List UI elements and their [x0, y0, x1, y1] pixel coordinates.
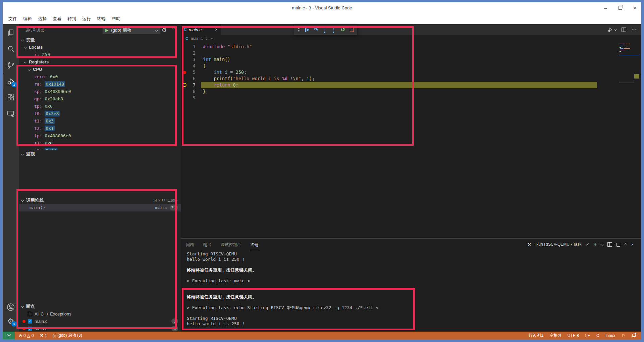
register-ra[interactable]: ra: 0x10148 — [19, 81, 181, 88]
debug-session-status[interactable]: ▷(gdb) 启动 (3) — [53, 333, 82, 338]
menu-item-文件[interactable]: 文件 — [5, 16, 20, 22]
start-debug-icon[interactable]: ▶ — [105, 28, 108, 33]
code-line-6[interactable]: 6 printf("hello world i is %d !\n", i); — [181, 76, 641, 82]
breakpoint-checkbox[interactable] — [28, 312, 32, 316]
notifications-bell-icon[interactable] — [632, 333, 636, 338]
debug-settings-gear-icon[interactable]: ⚙ — [162, 27, 167, 34]
cursor-position[interactable]: 行9, 列1 — [529, 333, 543, 338]
tab-close-icon[interactable]: × — [215, 27, 218, 32]
menu-item-选择[interactable]: 选择 — [35, 16, 50, 22]
variable-i[interactable]: i: 250 — [19, 51, 181, 58]
code-line-3[interactable]: 3int main() — [181, 56, 641, 63]
breakpoint-item[interactable]: ✓main.c5 — [19, 317, 181, 325]
settings-gear-icon[interactable]: ⚙ — [3, 314, 19, 328]
close-panel-icon[interactable]: × — [631, 242, 634, 247]
code-line-7[interactable]: 7 return 0; — [181, 82, 641, 88]
section-callstack[interactable]: 调用堆栈 因 STEP 已暂停 — [19, 197, 181, 204]
problems-status[interactable]: ⊗0 △0 — [19, 333, 34, 338]
register-t0[interactable]: t0: 0x3e8 — [19, 110, 181, 117]
section-variables[interactable]: 变量 — [19, 36, 181, 44]
os-indicator[interactable]: Linux — [606, 333, 615, 338]
code-line-4[interactable]: 4{ — [181, 63, 641, 69]
register-value: 0x408006e0 — [45, 133, 71, 138]
terminal-output[interactable]: Starting RISCV-QEMUhello world i is 250 … — [187, 251, 378, 327]
register-tp[interactable]: tp: 0x0 — [19, 103, 181, 110]
breakpoint-item[interactable]: All C++ Exceptions — [19, 310, 181, 317]
register-gp[interactable]: gp: 0x20ab8 — [19, 95, 181, 103]
section-watch[interactable]: 监视 — [19, 150, 181, 158]
line-number: 1 — [184, 44, 196, 50]
code-line-9[interactable]: 9 — [181, 95, 641, 101]
code-line-5[interactable]: 5 int i = 250; — [181, 69, 641, 76]
remote-explorer-icon[interactable] — [3, 107, 19, 120]
register-value: 0x0 — [45, 104, 52, 109]
accounts-icon[interactable] — [3, 300, 19, 314]
section-breakpoints[interactable]: 断点 — [19, 303, 181, 310]
indentation[interactable]: 空格:4 — [550, 333, 561, 338]
menu-item-转到[interactable]: 转到 — [64, 16, 79, 22]
terminal-dropdown-icon[interactable] — [601, 243, 603, 246]
menu-item-查看[interactable]: 查看 — [50, 16, 64, 22]
search-icon[interactable] — [3, 42, 19, 56]
toolbar-drag-grip[interactable] — [298, 28, 301, 32]
eol-selector[interactable]: LF — [585, 333, 590, 338]
menu-item-运行[interactable]: 运行 — [79, 16, 94, 22]
code-line-8[interactable]: 8} — [181, 88, 641, 95]
chevron-down-icon — [614, 28, 617, 31]
register-sp[interactable]: sp: 0x408006c0 — [19, 88, 181, 95]
new-terminal-icon[interactable]: + — [594, 241, 597, 247]
tree-item-locals[interactable]: Locals — [19, 44, 181, 51]
editor-group: C main.c × ··· ↷ — [181, 24, 641, 332]
run-debug-button[interactable] — [607, 27, 616, 33]
more-actions-icon[interactable]: ··· — [172, 26, 178, 31]
breakpoint-item[interactable]: ✓main.c5 — [19, 325, 181, 332]
step-over-icon[interactable]: ↷ — [314, 28, 318, 32]
tree-item-cpu[interactable]: CPU — [19, 66, 181, 73]
restart-icon[interactable]: ↺ — [340, 28, 345, 32]
code-line-1[interactable]: 1#include "stdio.h" — [181, 44, 641, 50]
register-t2[interactable]: t2: 0x1 — [19, 125, 181, 132]
panel-tab-问题[interactable]: 问题 — [185, 239, 194, 250]
restore-button[interactable] — [619, 6, 622, 10]
minimize-button[interactable]: – — [604, 6, 607, 10]
menu-item-编辑[interactable]: 编辑 — [20, 16, 35, 22]
chevron-right-icon — [205, 37, 207, 40]
continue-icon[interactable] — [305, 28, 309, 32]
panel-tab-输出[interactable]: 输出 — [203, 239, 212, 250]
tree-item-registers[interactable]: Registers — [19, 58, 181, 66]
extensions-icon[interactable] — [3, 91, 19, 104]
encoding[interactable]: UTF-8 — [568, 333, 579, 338]
split-terminal-icon[interactable] — [607, 242, 612, 247]
breakpoint-checkbox[interactable]: ✓ — [28, 319, 32, 324]
kill-terminal-icon[interactable] — [616, 243, 620, 247]
maximize-panel-icon[interactable] — [624, 243, 627, 246]
editor-more-actions-icon[interactable]: ··· — [631, 27, 637, 33]
tab-main-c[interactable]: C main.c × — [181, 24, 221, 35]
stack-frame-row[interactable]: main() main.c 7:1 — [19, 204, 181, 211]
panel-tab-调试控制台[interactable]: 调试控制台 — [220, 239, 241, 250]
language-mode[interactable]: C — [596, 333, 599, 338]
register-zero[interactable]: zero: 0x0 — [19, 73, 181, 81]
explorer-icon[interactable] — [3, 26, 19, 40]
feedback-flag-icon[interactable]: ⚐ — [622, 333, 625, 338]
register-s1[interactable]: s1: 0x0 — [19, 140, 181, 147]
menu-item-终端[interactable]: 终端 — [94, 16, 109, 22]
panel-tab-终端[interactable]: 终端 — [250, 239, 259, 250]
terminal-task-label[interactable]: Run RISCV-QEMU - Task — [536, 242, 581, 247]
breakpoint-checkbox[interactable]: ✓ — [28, 327, 32, 331]
source-control-icon[interactable] — [3, 58, 19, 72]
close-button[interactable]: × — [634, 5, 637, 11]
launch-config-dropdown[interactable]: ▶ (gdb) 启动 — [103, 26, 160, 34]
split-editor-icon[interactable] — [622, 28, 626, 32]
step-into-icon[interactable] — [323, 27, 327, 33]
stop-icon[interactable] — [350, 28, 354, 32]
remote-indicator[interactable]: >< — [3, 332, 15, 339]
menubar: 文件编辑选择查看转到运行终端帮助 — [3, 13, 641, 24]
register-t1[interactable]: t1: 0x3 — [19, 117, 181, 125]
step-out-icon[interactable] — [332, 27, 336, 33]
register-fp[interactable]: fp: 0x408006e0 — [19, 132, 181, 140]
menu-item-帮助[interactable]: 帮助 — [109, 16, 123, 22]
tasks-status[interactable]: ⚒1 — [40, 333, 47, 338]
code-line-2[interactable]: 2 — [181, 50, 641, 56]
breadcrumb[interactable]: C main.c ⋯ — [181, 35, 213, 42]
